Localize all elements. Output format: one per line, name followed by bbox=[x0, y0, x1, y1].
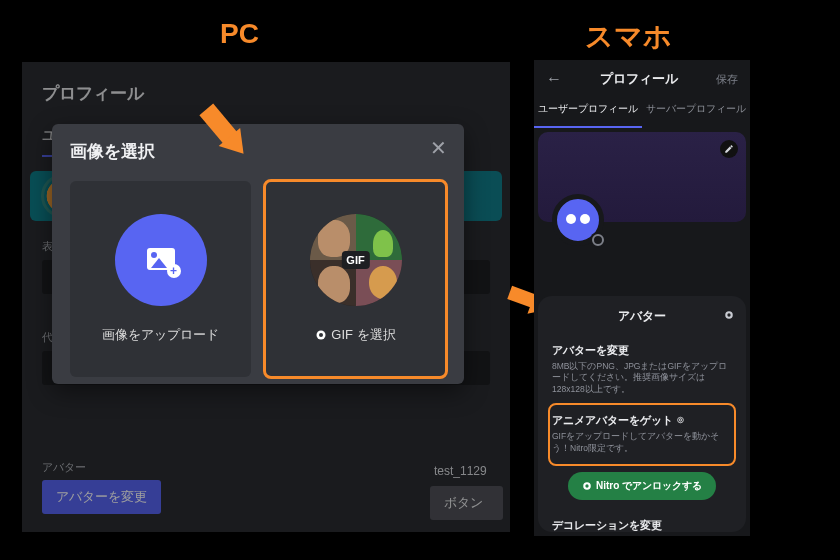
page-title: プロフィール bbox=[22, 62, 510, 105]
select-gif-label: GIF を選択 bbox=[315, 326, 395, 344]
edit-banner-icon[interactable] bbox=[720, 140, 738, 158]
modal-title: 画像を選択 bbox=[70, 140, 446, 163]
back-icon[interactable]: ← bbox=[546, 70, 562, 88]
image-plus-icon: + bbox=[147, 248, 175, 272]
nitro-icon: ◎ bbox=[677, 415, 684, 424]
change-decoration-item[interactable]: デコレーションを変更 bbox=[550, 518, 734, 532]
gif-chip: GIF bbox=[341, 251, 369, 269]
item-description: 8MB以下のPNG、JPGまたはGIFをアップロードしてください。推奨画像サイズ… bbox=[552, 361, 732, 395]
nitro-icon bbox=[724, 310, 734, 320]
avatar-wrap[interactable] bbox=[552, 194, 604, 246]
svg-point-1 bbox=[319, 333, 323, 337]
smartphone-profile-screen: ← プロフィール 保存 ユーザープロフィール サーバープロフィール アバター ア… bbox=[534, 60, 750, 536]
tab-server-profile[interactable]: サーバープロフィール bbox=[642, 94, 750, 128]
svg-point-3 bbox=[727, 313, 730, 316]
change-avatar-button[interactable]: アバターを変更 bbox=[42, 480, 161, 514]
status-indicator-icon bbox=[590, 232, 606, 248]
select-gif-card[interactable]: GIF GIF を選択 bbox=[265, 181, 446, 377]
upload-image-card[interactable]: + 画像をアップロード bbox=[70, 181, 251, 377]
avatar-label: アバター bbox=[42, 460, 86, 475]
sheet-title: アバター bbox=[550, 308, 734, 325]
animated-avatar-item[interactable]: アニメアバターをゲット◎ GIFをアップロードしてアバターを動かそう！Nitro… bbox=[550, 405, 734, 464]
preview-secondary-button[interactable]: ボタン bbox=[430, 486, 503, 520]
upload-circle: + bbox=[115, 214, 207, 306]
close-icon[interactable]: ✕ bbox=[426, 136, 450, 160]
save-button[interactable]: 保存 bbox=[716, 72, 738, 87]
svg-point-5 bbox=[585, 485, 588, 488]
gif-preview-icon: GIF bbox=[310, 214, 402, 306]
page-title: プロフィール bbox=[600, 70, 678, 88]
nitro-unlock-button[interactable]: Nitro でアンロックする bbox=[568, 472, 716, 500]
upload-image-label: 画像をアップロード bbox=[102, 326, 219, 344]
avatar-sheet: アバター アバターを変更 8MB以下のPNG、JPGまたはGIFをアップロードし… bbox=[538, 296, 746, 532]
nitro-icon bbox=[582, 481, 592, 491]
nitro-icon bbox=[315, 329, 327, 341]
item-title: アバターを変更 bbox=[552, 343, 732, 358]
select-image-modal: 画像を選択 ✕ + 画像をアップロード GIF GIF を選択 bbox=[52, 124, 464, 384]
heading-pc: PC bbox=[220, 18, 259, 50]
tab-user-profile[interactable]: ユーザープロフィール bbox=[534, 94, 642, 128]
heading-smartphone: スマホ bbox=[585, 18, 672, 56]
change-avatar-item[interactable]: アバターを変更 8MB以下のPNG、JPGまたはGIFをアップロードしてください… bbox=[550, 335, 734, 405]
item-title: アニメアバターをゲット◎ bbox=[552, 413, 732, 428]
item-description: GIFをアップロードしてアバターを動かそう！Nitro限定です。 bbox=[552, 431, 732, 454]
profile-banner[interactable] bbox=[538, 132, 746, 222]
preview-username: test_1129 bbox=[434, 464, 487, 478]
